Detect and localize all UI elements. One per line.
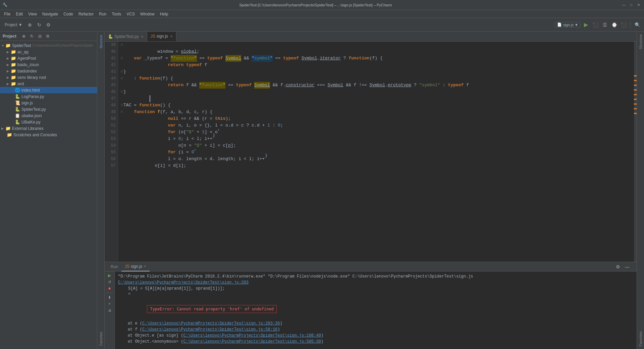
menu-tools[interactable]: Tools <box>109 11 124 17</box>
code-content[interactable]: ⊟ window = global; ⊟ var _typeof = "func… <box>118 42 634 262</box>
code-line-46: ⊟} <box>121 89 631 95</box>
minimize-button[interactable]: — <box>621 2 627 8</box>
menu-bar: File Edit View Navigate Code Refactor Ru… <box>0 10 644 18</box>
title-bar: 🔧 SpiderTest [C:\Users\lenovo\PycharmPro… <box>0 0 644 10</box>
sidebar-new-button[interactable]: ⊕ <box>20 33 27 40</box>
output-link1[interactable]: C:\Users\lenovo\PycharmProjects\SpiderTe… <box>118 280 633 286</box>
tree-item-sign-js[interactable]: 📜 sign.js <box>0 100 97 106</box>
toolbar-separator <box>630 21 631 28</box>
stack-link-2[interactable]: C:\Users\lenovo\PycharmProjects\SpiderTe… <box>142 327 277 332</box>
folder-icon: 📁 <box>11 56 16 61</box>
tab-close-button[interactable]: ✕ <box>170 35 173 38</box>
debug-button[interactable]: ⬛ <box>591 21 599 29</box>
stack-link-3[interactable]: C:\Users\lenovo\PycharmProjects\SpiderTe… <box>183 333 321 338</box>
sync-button[interactable]: ↻ <box>35 21 43 29</box>
tree-item-ubaike-json[interactable]: 📋 ubaike.json <box>0 112 97 119</box>
right-tab-structure[interactable]: Structure <box>638 32 643 52</box>
menu-navigate[interactable]: Navigate <box>40 11 61 17</box>
tree-item-index-html[interactable]: 🌐 index.html <box>0 87 97 93</box>
line-num-54: 54 <box>107 142 116 149</box>
menu-edit[interactable]: Edit <box>13 11 25 17</box>
coverage-button[interactable]: ☰ <box>601 21 609 29</box>
tree-root[interactable]: ▼ 📁 SpiderTest C:\Users\lenovo\PycharmPr… <box>0 42 97 49</box>
tree-item-label: AgentPool <box>17 56 36 61</box>
code-line-51: var n, i, o = {}, l = o.d = c ? c.d + 1 … <box>121 122 631 129</box>
run-play-button[interactable]: ▶ <box>107 273 112 278</box>
output-stack4: at Object.<anonymous> (C:\Users\lenovo\P… <box>118 339 633 345</box>
run-stop-button[interactable]: ■ <box>107 286 112 291</box>
right-side-panel: Structure Favorites <box>637 32 644 349</box>
editor-area: 🐍 SpiderTest.py ✕ JS sign.js ✕ 39 40 41 … <box>105 32 637 349</box>
maximize-button[interactable]: □ <box>629 2 634 8</box>
menu-help[interactable]: Help <box>157 11 171 17</box>
bottom-tab-run[interactable]: Run <box>107 262 121 271</box>
fold-marker[interactable]: ⊟ <box>121 68 123 75</box>
error-link[interactable]: C:\Users\lenovo\PycharmProjects\SpiderTe… <box>118 280 249 285</box>
chevron-right-icon: ▶ <box>7 82 11 86</box>
tree-item-spidertest-py[interactable]: 🐍 SpiderTest.py <box>0 106 97 112</box>
menu-vcs[interactable]: VCS <box>124 11 138 17</box>
structure-tab[interactable]: Structure <box>98 33 104 51</box>
code-line-55: for (i = 0, <box>121 149 631 156</box>
stack-link-1[interactable]: C:\Users\lenovo\PycharmProjects\SpiderTe… <box>142 321 280 326</box>
tree-item-baiduindex[interactable]: ▶ 📁 baiduindex <box>0 68 97 74</box>
tree-item-wrd[interactable]: ▶ 📁 wrd <box>0 81 97 87</box>
indicator-warning4 <box>634 89 637 91</box>
chevron-right-icon: ▶ <box>7 76 11 79</box>
tab-close-button[interactable]: ✕ <box>141 35 144 39</box>
bottom-settings-button[interactable]: ⚙ <box>614 263 622 271</box>
stop-button[interactable]: ⬛ <box>620 21 628 29</box>
fold-marker[interactable]: ⊟ <box>121 102 123 109</box>
tree-item-agentpool[interactable]: ▶ 📁 AgentPool <box>0 55 97 61</box>
python-file-icon: 🐍 <box>15 119 20 124</box>
menu-refactor[interactable]: Refactor <box>76 11 96 17</box>
favorites-tab[interactable]: Favorites <box>98 330 104 348</box>
sidebar-settings-button[interactable]: ⚙ <box>45 33 51 40</box>
right-tab-favorites[interactable]: Favorites <box>638 329 643 349</box>
tree-item-ubaike-py[interactable]: 🐍 UBaiKe.py <box>0 119 97 125</box>
bottom-minimize-button[interactable]: — <box>623 263 631 271</box>
tree-item-venv[interactable]: ▶ 📁 venv library root <box>0 74 97 81</box>
print-button[interactable]: 🖨 <box>107 307 112 313</box>
add-file-button[interactable]: ⊕ <box>26 21 34 29</box>
folder-icon: 📁 <box>5 43 11 48</box>
menu-run[interactable]: Run <box>96 11 109 17</box>
stack-link-4[interactable]: C:\Users\lenovo\PycharmProjects\SpiderTe… <box>183 339 321 344</box>
sidebar-collapse-button[interactable]: ⊟ <box>37 33 43 40</box>
menu-view[interactable]: View <box>25 11 40 17</box>
sidebar: Project ⊕ ↻ ⊟ ⚙ ▼ 📁 SpiderTest C:\Users\… <box>0 32 97 349</box>
tree-item-external-libraries[interactable]: ▶ 📁 External Libraries <box>0 125 97 132</box>
line-num-40: 40 <box>107 48 116 55</box>
tree-item-scratches[interactable]: 📁 Scratches and Consoles <box>0 132 97 138</box>
menu-file[interactable]: File <box>1 11 13 17</box>
project-dropdown[interactable]: Project ▼ <box>3 21 24 29</box>
indicator-warning3 <box>634 85 637 86</box>
window-controls[interactable]: — □ ✕ <box>621 2 641 8</box>
sidebar-sync-button[interactable]: ↻ <box>29 33 35 40</box>
bottom-tab-signjs[interactable]: JS sign.js ✕ <box>121 262 150 271</box>
run-button[interactable]: ▶ <box>582 21 590 29</box>
settings-button[interactable]: ⚙ <box>45 21 53 29</box>
tree-item-label: LogParse.py <box>21 94 44 99</box>
wrap-button[interactable]: ≡ <box>107 301 112 306</box>
close-button[interactable]: ✕ <box>636 2 641 8</box>
menu-window[interactable]: Window <box>138 11 157 17</box>
run-config-selector[interactable]: 📄 sign.js ▼ <box>555 22 581 28</box>
run-rerun-button[interactable]: ↺ <box>107 279 112 285</box>
tab-spidertest[interactable]: 🐍 SpiderTest.py ✕ <box>105 32 147 41</box>
tab-sign-js[interactable]: JS sign.js ✕ <box>147 32 176 41</box>
menu-code[interactable]: Code <box>61 11 76 17</box>
code-line-42: return typeof f <box>121 62 631 68</box>
tree-item-baidu-zixun[interactable]: ▶ 📁 baidu_zixun <box>0 61 97 68</box>
code-line-48: ⊟TAC = function() { <box>121 102 631 109</box>
tree-item-label: wrd <box>17 82 24 86</box>
scroll-to-end-button[interactable]: ⬇ <box>107 295 112 300</box>
chevron-right-icon: ▶ <box>7 63 11 66</box>
profile-button[interactable]: ⌚ <box>610 21 618 29</box>
tree-item-ac_qq[interactable]: ▶ 📁 ac_qq <box>0 49 97 55</box>
run-left-panel: ▶ ↺ ■ ⬇ ≡ 🖨 <box>105 271 115 349</box>
tree-item-logparse[interactable]: 🐍 LogParse.py <box>0 93 97 100</box>
code-line-40: window = global; <box>121 48 631 55</box>
bottom-tab-close[interactable]: ✕ <box>144 264 146 268</box>
search-everywhere-button[interactable]: 🔍 <box>633 21 641 29</box>
